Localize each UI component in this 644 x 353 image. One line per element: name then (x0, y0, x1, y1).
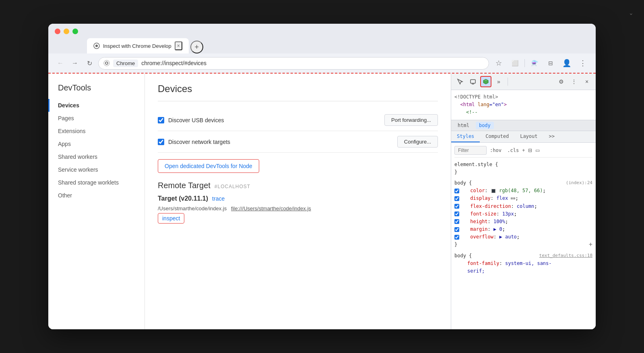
body-breadcrumb[interactable]: body (476, 122, 494, 129)
address-bar[interactable]: Chrome chrome://inspect/#devices (98, 57, 489, 70)
display-prop-checkbox[interactable] (454, 196, 459, 201)
inspect-layout: DevTools Devices Pages Extensions Apps (48, 74, 451, 329)
url-display: chrome://inspect/#devices (141, 60, 484, 66)
overflow-checkbox[interactable] (454, 235, 459, 240)
tab-more-styles[interactable]: >> (543, 131, 560, 142)
sidebar-nav: Devices Pages Extensions Apps Shared wor (48, 99, 144, 202)
tab-styles[interactable]: Styles (451, 131, 480, 142)
tab-close-button[interactable]: × (175, 41, 182, 50)
svg-point-3 (105, 62, 108, 64)
height-checkbox[interactable] (454, 219, 459, 224)
style-location-2[interactable]: text_defaults.css:18 (539, 252, 592, 259)
more-icon: ⋮ (571, 78, 577, 85)
add-class-button[interactable]: + (522, 148, 525, 153)
body-rule-2: body { text_defaults.css:18 font-family:… (454, 252, 592, 275)
element-selector-button[interactable] (454, 76, 466, 87)
extension-button[interactable]: ⬜ (508, 57, 521, 70)
remote-target-header: Remote Target #LOCALHOST (158, 181, 438, 190)
inspect-link-container: inspect (158, 213, 438, 224)
sidebar-item-shared-storage[interactable]: Shared storage worklets (48, 176, 144, 189)
target-hash: #LOCALHOST (215, 184, 250, 189)
computed-button[interactable]: ▭ (535, 148, 540, 153)
sidebar-item-apps[interactable]: Apps (48, 138, 144, 150)
lab-button[interactable]: ⚗️ (528, 57, 541, 70)
chrome-badge: Chrome (113, 60, 138, 67)
inspect-page: DevTools Devices Pages Extensions Apps (48, 74, 451, 329)
sidebar-header: DevTools (48, 83, 144, 99)
maximize-button[interactable] (72, 29, 78, 34)
device-toolbar-button[interactable] (467, 76, 479, 87)
network-option-row: Discover network targets Configure... (158, 131, 438, 153)
close-button[interactable] (55, 29, 60, 34)
target-path-text: /Users/stmarthe/code/index.js (158, 205, 227, 211)
devtools-more-button[interactable]: ⋮ (568, 76, 580, 87)
minimize-button[interactable] (64, 29, 69, 34)
flex-direction-checkbox[interactable] (454, 204, 459, 209)
inspect-link[interactable]: inspect (158, 213, 184, 224)
profile-button[interactable]: 👤 (560, 57, 573, 70)
devtools-toolbar: » ⚙ ⋮ × (451, 74, 596, 90)
svg-point-2 (104, 60, 109, 66)
network-option-label[interactable]: Discover network targets (158, 139, 397, 145)
active-tab[interactable]: Inspect with Chrome Develop × (87, 38, 189, 53)
tab-icon (93, 43, 100, 49)
filter-input[interactable] (454, 146, 487, 155)
window-controls (55, 29, 589, 34)
tab-bar: Inspect with Chrome Develop × + ⌄ (87, 38, 589, 53)
target-name: Target (v20.11.1) (158, 195, 208, 202)
styles-tabs: Styles Computed Layout >> (451, 131, 596, 143)
sidebar-item-extensions[interactable]: Extensions (48, 125, 144, 138)
network-checkbox[interactable] (158, 139, 164, 145)
margin-checkbox[interactable] (454, 227, 459, 232)
browser-window: Inspect with Chrome Develop × + ⌄ ← → ↻ … (48, 24, 596, 329)
font-size-checkbox[interactable] (454, 211, 459, 216)
remote-target-title: Remote Target (158, 181, 211, 190)
comment-line: <!-- (454, 109, 592, 116)
new-tab-button[interactable]: + (190, 41, 203, 53)
target-trace-link[interactable]: trace (212, 195, 225, 202)
devtools-close-button[interactable]: × (581, 76, 592, 87)
3d-view-button[interactable] (480, 76, 491, 87)
target-info: Target (v20.11.1) trace (158, 195, 438, 202)
style-action-button[interactable]: ⊟ (528, 148, 532, 153)
back-button[interactable]: ← (55, 57, 66, 69)
html-breadcrumb[interactable]: html (454, 122, 473, 129)
sidebar-item-other[interactable]: Other (48, 189, 144, 202)
inspect-content: Devices Discover USB devices Port forwar… (145, 74, 451, 329)
sidebar-item-devices[interactable]: Devices (48, 99, 144, 112)
add-style-button[interactable]: + (589, 241, 592, 248)
svg-point-1 (95, 45, 98, 47)
html-tag-line[interactable]: <html lang="en"> (454, 101, 592, 109)
forward-button[interactable]: → (69, 57, 80, 69)
more-tools-button[interactable]: » (493, 76, 504, 87)
bookmark-button[interactable]: ☆ (492, 57, 505, 70)
main-area: DevTools Devices Pages Extensions Apps (48, 74, 596, 329)
split-button[interactable]: ⊟ (544, 57, 557, 70)
nav-bar: ← → ↻ Chrome chrome://inspect/#devices ☆… (48, 53, 596, 74)
usb-checkbox[interactable] (158, 117, 164, 123)
color-prop-checkbox[interactable] (454, 189, 459, 193)
devtools-dom: <!DOCTYPE html> <html lang="en"> <!-- (451, 90, 596, 120)
menu-button[interactable]: ⋮ (576, 57, 589, 70)
inspect-sidebar: DevTools Devices Pages Extensions Apps (48, 74, 145, 329)
tab-layout[interactable]: Layout (514, 131, 543, 142)
port-forwarding-button[interactable]: Port forwarding... (384, 114, 438, 126)
styles-panel: :hov .cls + ⊟ ▭ element.style { } body {… (451, 143, 596, 329)
nav-actions: ☆ ⬜ ⚗️ ⊟ 👤 ⋮ (492, 57, 589, 70)
usb-option-label[interactable]: Discover USB devices (158, 117, 384, 123)
remote-target-section: Remote Target #LOCALHOST Target (v20.11.… (158, 181, 438, 224)
reload-button[interactable]: ↻ (84, 57, 95, 69)
chrome-logo-icon (103, 60, 110, 66)
sidebar-item-pages[interactable]: Pages (48, 112, 144, 125)
sidebar-item-service-workers[interactable]: Service workers (48, 163, 144, 176)
sidebar-item-shared-workers[interactable]: Shared workers (48, 150, 144, 163)
devtools-settings-button[interactable]: ⚙ (555, 76, 567, 87)
devtools-panel: » ⚙ ⋮ × <!DOCTYPE html> <ht (451, 74, 596, 329)
target-file-link[interactable]: file:///Users/stmarthe/code/index.js (231, 205, 311, 211)
target-path-row: /Users/stmarthe/code/index.js file:///Us… (158, 205, 438, 211)
tab-computed[interactable]: Computed (480, 131, 514, 142)
devtools-node-container: Open dedicated DevTools for Node (158, 159, 438, 173)
devtools-node-link[interactable]: Open dedicated DevTools for Node (158, 159, 259, 173)
configure-button[interactable]: Configure... (397, 136, 438, 148)
color-swatch (491, 189, 495, 193)
